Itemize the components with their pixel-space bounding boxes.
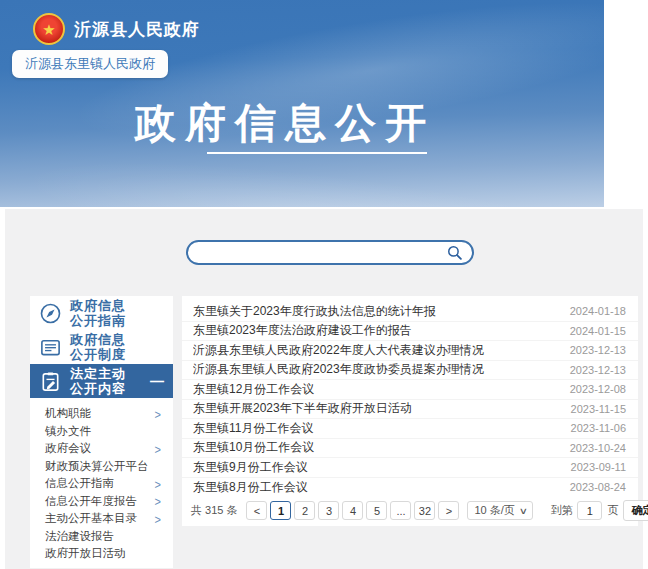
sidebar-subitem-label: 机构职能 — [45, 406, 91, 421]
list-item-title: 沂源县东里镇人民政府2023年度政协委员提案办理情况 — [193, 361, 560, 378]
national-emblem-icon: ★ — [33, 13, 65, 45]
sidebar-subitem-label: 信息公开年度报告 — [45, 494, 137, 509]
list-item-date: 2024-01-18 — [570, 305, 626, 317]
sidebar-subitem-label: 政府会议 — [45, 441, 91, 456]
sidebar: 政府信息公开指南政府信息公开制度法定主动公开内容— 机构职能>镇办文件政府会议>… — [30, 296, 173, 568]
search-icon[interactable] — [446, 244, 463, 261]
banner: ★ 沂源县人民政府 沂源县东里镇人民政府 政府信息公开 — [0, 0, 604, 207]
list-item-date: 2023-12-08 — [570, 383, 626, 395]
compass-icon — [30, 302, 70, 325]
sidebar-subitem[interactable]: 信息公开年度报告> — [30, 493, 173, 511]
list-item[interactable]: 沂源县东里镇人民政府2022年度人大代表建议办理情况2023-12-13 — [182, 341, 638, 361]
next-page-button[interactable]: > — [438, 501, 459, 520]
page-buttons: 12345...32 — [270, 501, 435, 520]
site-name: 沂源县人民政府 — [74, 18, 200, 41]
list-item-title: 东里镇12月份工作会议 — [193, 381, 560, 398]
page-button-4[interactable]: 4 — [342, 501, 363, 520]
sidebar-section-label: 法定主动公开内容 — [70, 366, 126, 396]
list-item-date: 2023-10-24 — [570, 442, 626, 454]
list-item-date: 2024-01-15 — [570, 325, 626, 337]
page-button-32[interactable]: 32 — [414, 501, 435, 520]
list-item-title: 东里镇关于2023年度行政执法信息的统计年报 — [193, 303, 560, 320]
list-item-title: 东里镇开展2023年下半年政府开放日活动 — [193, 400, 561, 417]
list-item-date: 2023-11-15 — [571, 403, 626, 415]
confirm-button[interactable]: 确定 — [623, 500, 648, 521]
article-list: 东里镇关于2023年度行政执法信息的统计年报2024-01-18东里镇2023年… — [182, 296, 638, 526]
sidebar-section-label: 政府信息公开指南 — [70, 298, 126, 328]
sidebar-section-2[interactable]: 法定主动公开内容— — [30, 364, 173, 398]
list-item-date: 2023-12-13 — [570, 344, 626, 356]
list-item[interactable]: 东里镇12月份工作会议2023-12-08 — [182, 380, 638, 400]
sidebar-subitem[interactable]: 主动公开基本目录> — [30, 510, 173, 528]
search-bar — [186, 240, 474, 265]
list-item-title: 东里镇10月份工作会议 — [193, 439, 560, 456]
chevron-down-icon: ∨ — [519, 506, 528, 516]
list-item[interactable]: 东里镇10月份工作会议2023-10-24 — [182, 439, 638, 459]
sidebar-section-0[interactable]: 政府信息公开指南 — [30, 296, 173, 330]
goto-prefix-label: 到第 — [550, 503, 572, 518]
search-input[interactable] — [198, 242, 446, 263]
prev-page-button[interactable]: < — [246, 501, 267, 520]
total-count: 共 315 条 — [191, 503, 237, 518]
collapse-indicator[interactable]: — — [150, 373, 164, 389]
sub-site-badge[interactable]: 沂源县东里镇人民政府 — [12, 50, 168, 78]
sidebar-subitem[interactable]: 机构职能> — [30, 405, 173, 423]
sidebar-section-label: 政府信息公开制度 — [70, 332, 126, 362]
goto-suffix-label: 页 — [607, 503, 618, 518]
list-item-title: 沂源县东里镇人民政府2022年度人大代表建议办理情况 — [193, 342, 560, 359]
page-size-value: 10 条/页 — [474, 503, 514, 518]
list-item-date: 2023-11-06 — [571, 422, 626, 434]
page-title: 政府信息公开 — [0, 96, 570, 151]
goto-page: 到第 页 确定 — [550, 500, 648, 521]
sidebar-subitem[interactable]: 法治建设报告 — [30, 528, 173, 546]
chevron-right-icon: > — [155, 512, 161, 526]
pagination-bar: 共 315 条 < 12345...32 > 10 条/页 ∨ 到第 页 确定 — [182, 495, 638, 526]
page-button-5[interactable]: 5 — [366, 501, 387, 520]
sidebar-sections: 政府信息公开指南政府信息公开制度法定主动公开内容— — [30, 296, 173, 398]
clipboard-pen-icon — [30, 370, 70, 393]
sidebar-subitem[interactable]: 信息公开指南> — [30, 475, 173, 493]
sidebar-subitem-label: 财政预决算公开平台 — [45, 459, 149, 474]
list-item[interactable]: 东里镇关于2023年度行政执法信息的统计年报2024-01-18 — [182, 302, 638, 322]
list-item[interactable]: 东里镇9月份工作会议2023-09-11 — [182, 458, 638, 478]
list-item-title: 东里镇9月份工作会议 — [193, 459, 561, 476]
list-item-date: 2023-09-11 — [571, 461, 626, 473]
goto-page-input[interactable] — [577, 501, 602, 520]
list-item-title: 东里镇8月份工作会议 — [193, 479, 560, 496]
sidebar-subitem-label: 政府开放日活动 — [45, 546, 126, 561]
sidebar-section-1[interactable]: 政府信息公开制度 — [30, 330, 173, 364]
page-button-2[interactable]: 2 — [294, 501, 315, 520]
sidebar-subitem[interactable]: 政府会议> — [30, 440, 173, 458]
sidebar-subitem-label: 镇办文件 — [45, 424, 91, 439]
list-item-date: 2023-08-24 — [570, 481, 626, 493]
page-button-3[interactable]: 3 — [318, 501, 339, 520]
list-item[interactable]: 东里镇开展2023年下半年政府开放日活动2023-11-15 — [182, 400, 638, 420]
title-underline — [207, 152, 427, 154]
chevron-right-icon: > — [155, 494, 161, 508]
list-item[interactable]: 东里镇11月份工作会议2023-11-06 — [182, 419, 638, 439]
chevron-right-icon: > — [155, 442, 161, 456]
chevron-right-icon: > — [155, 477, 161, 491]
sidebar-subitem[interactable]: 镇办文件 — [30, 423, 173, 441]
list-item-date: 2023-12-13 — [570, 364, 626, 376]
chevron-right-icon: > — [155, 407, 161, 421]
sidebar-subitem-label: 信息公开指南 — [45, 476, 114, 491]
list-item[interactable]: 东里镇2023年度法治政府建设工作的报告2024-01-15 — [182, 322, 638, 342]
document-list-icon — [30, 336, 70, 359]
page-ellipsis-button[interactable]: ... — [390, 501, 411, 520]
page: ★ 沂源县人民政府 沂源县东里镇人民政府 政府信息公开 政府信息公开指南政府信息… — [0, 0, 648, 569]
list-item-title: 东里镇2023年度法治政府建设工作的报告 — [193, 322, 560, 339]
sidebar-subitem-label: 法治建设报告 — [45, 529, 114, 544]
sidebar-submenu: 机构职能>镇办文件政府会议>财政预决算公开平台信息公开指南>信息公开年度报告>主… — [30, 398, 173, 563]
sidebar-subitem[interactable]: 政府开放日活动 — [30, 545, 173, 563]
page-button-1[interactable]: 1 — [270, 501, 291, 520]
content-panel: 政府信息公开指南政府信息公开制度法定主动公开内容— 机构职能>镇办文件政府会议>… — [5, 209, 643, 569]
list-item[interactable]: 沂源县东里镇人民政府2023年度政协委员提案办理情况2023-12-13 — [182, 361, 638, 381]
list-item-title: 东里镇11月份工作会议 — [193, 420, 561, 437]
sidebar-subitem-label: 主动公开基本目录 — [45, 511, 137, 526]
site-logo-row[interactable]: ★ 沂源县人民政府 — [33, 13, 200, 45]
sidebar-subitem[interactable]: 财政预决算公开平台 — [30, 458, 173, 476]
page-size-select[interactable]: 10 条/页 ∨ — [467, 501, 533, 520]
